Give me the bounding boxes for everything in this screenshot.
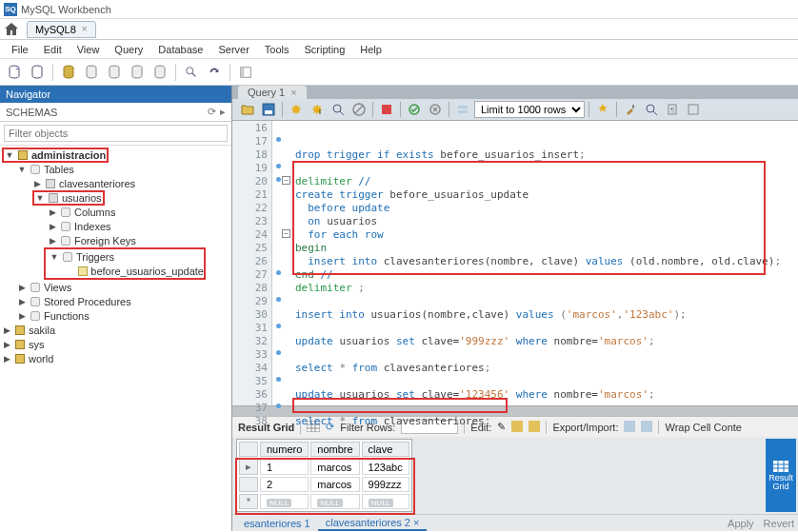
tree-schema-administracion[interactable]: ▼administracion xyxy=(0,148,231,162)
toggle-invisible-icon[interactable]: ¶ xyxy=(663,100,682,119)
schema-expand-icon[interactable]: ▸ xyxy=(220,106,226,118)
brush-icon[interactable] xyxy=(621,100,640,119)
open-sql-icon[interactable] xyxy=(27,62,48,83)
tree-label: usuarios xyxy=(62,192,102,204)
tree-label: Functions xyxy=(44,310,90,322)
tree-label: sakila xyxy=(29,325,55,336)
tree-trigger-before-usuarios-update[interactable]: before_usuarios_update xyxy=(46,264,204,278)
toggle-panel-icon[interactable] xyxy=(235,62,256,83)
autocommit-icon[interactable] xyxy=(453,100,472,119)
edit-icon[interactable]: ✎ xyxy=(497,421,506,433)
limit-rows-select[interactable]: Limit to 1000 rows xyxy=(474,101,585,118)
result-tab-2[interactable]: clavesanteriores 2 × xyxy=(318,516,428,531)
tree-schema-world[interactable]: ▶world xyxy=(0,351,231,365)
toolbar-separator xyxy=(282,102,283,117)
open-file-icon[interactable] xyxy=(238,100,257,119)
import-icon[interactable] xyxy=(641,421,652,434)
tree-label: clavesanteriores xyxy=(59,178,135,189)
tree-table-clavesanteriores[interactable]: ▶clavesanteriores xyxy=(0,176,231,190)
menu-tools[interactable]: Tools xyxy=(257,44,297,55)
wrap-icon[interactable] xyxy=(684,100,703,119)
home-icon[interactable] xyxy=(4,22,19,37)
search-icon[interactable] xyxy=(181,62,202,83)
add-function-icon[interactable] xyxy=(150,62,170,83)
sql-code[interactable]: drop trigger if exists before_usuarios_i… xyxy=(272,121,798,405)
menu-database[interactable]: Database xyxy=(150,44,210,55)
col-nombre[interactable]: nombre xyxy=(310,442,359,457)
result-bottom-tabs: esanteriores 1 clavesanteriores 2 × Appl… xyxy=(232,514,798,531)
menu-view[interactable]: View xyxy=(70,44,108,55)
execute-cursor-icon[interactable]: I xyxy=(308,100,327,119)
tree-stored-procedures[interactable]: ▶Stored Procedures xyxy=(0,294,231,308)
col-numero[interactable]: numero xyxy=(260,442,309,457)
add-view-icon[interactable] xyxy=(104,62,125,83)
svg-point-25 xyxy=(647,105,654,112)
svg-line-9 xyxy=(192,72,196,76)
svg-rect-23 xyxy=(458,110,468,113)
tree-indexes[interactable]: ▶Indexes xyxy=(0,219,231,233)
toolbar-separator xyxy=(229,64,230,81)
tree-tables[interactable]: ▼Tables xyxy=(0,162,231,176)
sql-editor[interactable]: 1617181920212223242526272829303132333435… xyxy=(232,121,798,406)
tree-table-usuarios[interactable]: ▼usuarios xyxy=(0,190,231,205)
add-table-icon[interactable] xyxy=(81,62,102,83)
tree-foreign-keys[interactable]: ▶Foreign Keys xyxy=(0,233,231,247)
revert-button[interactable]: Revert xyxy=(764,518,794,529)
svg-point-8 xyxy=(187,67,193,73)
menu-edit[interactable]: Edit xyxy=(36,44,70,55)
add-procedure-icon[interactable] xyxy=(127,62,148,83)
toolbar-separator xyxy=(372,102,373,117)
tree-label: Foreign Keys xyxy=(74,235,136,246)
add-schema-icon[interactable] xyxy=(58,62,79,83)
tree-functions[interactable]: ▶Functions xyxy=(0,308,231,323)
result-grid-side-button[interactable]: Result Grid xyxy=(766,439,796,512)
toolbar-separator xyxy=(400,102,401,117)
schema-refresh-icon[interactable]: ⟳ xyxy=(208,106,216,118)
apply-button[interactable]: Apply xyxy=(728,518,754,529)
tree-columns[interactable]: ▶Columns xyxy=(0,205,231,219)
stop-icon[interactable] xyxy=(349,100,369,119)
doc-tab-label: MySQL8 xyxy=(35,24,76,35)
doc-tab[interactable]: MySQL8 × xyxy=(27,21,96,38)
explain-icon[interactable] xyxy=(329,100,348,119)
result-grid[interactable]: numeronombreclave ▸1marcos123abc 2marcos… xyxy=(236,439,412,512)
navigator-header: Navigator xyxy=(0,86,231,103)
stop-on-error-icon[interactable] xyxy=(377,100,396,119)
tree-schema-sakila[interactable]: ▶sakila xyxy=(0,323,231,337)
tree-label: administracion xyxy=(31,149,106,161)
edit-delete-icon[interactable] xyxy=(529,421,540,434)
new-sql-tab-icon[interactable]: + xyxy=(4,62,25,83)
menu-file[interactable]: File xyxy=(4,44,36,55)
menu-scripting[interactable]: Scripting xyxy=(297,44,353,55)
menu-help[interactable]: Help xyxy=(352,44,389,55)
tree-schema-sys[interactable]: ▶sys xyxy=(0,337,231,351)
tree-label: Columns xyxy=(74,207,115,218)
query-tab[interactable]: Query 1× xyxy=(238,86,307,99)
close-icon[interactable]: × xyxy=(290,87,296,98)
find-icon[interactable] xyxy=(642,100,661,119)
filter-objects-input[interactable] xyxy=(4,125,228,142)
reconnect-icon[interactable] xyxy=(204,62,225,83)
edit-add-icon[interactable] xyxy=(511,421,523,434)
close-icon[interactable]: × xyxy=(82,24,88,34)
rollback-icon[interactable] xyxy=(426,100,445,119)
save-file-icon[interactable] xyxy=(259,100,278,119)
export-icon[interactable] xyxy=(624,421,635,434)
tree-label: before_usuarios_update xyxy=(90,266,204,277)
result-tab-1[interactable]: esanteriores 1 xyxy=(236,517,318,530)
col-clave[interactable]: clave xyxy=(362,442,409,457)
tree-label: Triggers xyxy=(76,251,114,263)
schema-tree: ▼administracion ▼Tables ▶clavesanteriore… xyxy=(0,146,231,531)
beautify-icon[interactable] xyxy=(593,100,612,119)
toolbar-separator xyxy=(449,102,449,117)
menu-server[interactable]: Server xyxy=(210,44,256,55)
tree-triggers[interactable]: ▼Triggers xyxy=(46,249,204,264)
menu-query[interactable]: Query xyxy=(107,44,150,55)
tree-label: sys xyxy=(29,339,45,350)
svg-rect-24 xyxy=(632,105,634,108)
execute-icon[interactable] xyxy=(287,100,306,119)
svg-rect-22 xyxy=(458,106,468,108)
commit-icon[interactable] xyxy=(405,100,424,119)
svg-rect-36 xyxy=(529,421,540,432)
tree-views[interactable]: ▶Views xyxy=(0,280,231,294)
